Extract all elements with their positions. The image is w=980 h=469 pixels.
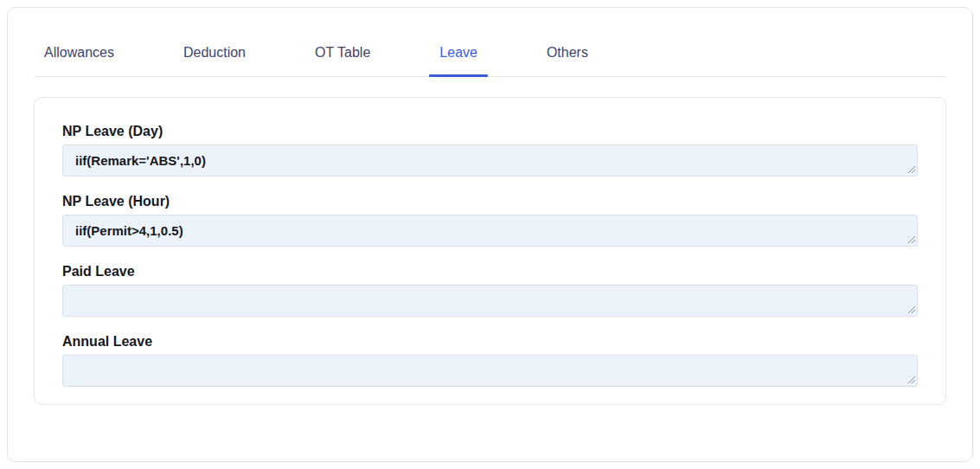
np-leave-day-wrap: iif(Remark='ABS',1,0) [62,145,918,177]
np-leave-day-label: NP Leave (Day) [62,124,918,139]
field-np-leave-day: NP Leave (Day) iif(Remark='ABS',1,0) [62,124,918,177]
resize-handle-icon[interactable] [906,164,915,173]
field-np-leave-hour: NP Leave (Hour) iif(Permit>4,1,0.5) [62,194,918,247]
np-leave-hour-input[interactable]: iif(Permit>4,1,0.5) [62,215,918,247]
paid-leave-label: Paid Leave [62,264,918,279]
tab-others[interactable]: Others [536,45,599,76]
annual-leave-input[interactable] [62,355,918,387]
field-annual-leave: Annual Leave [62,334,918,387]
tab-leave[interactable]: Leave [429,45,488,76]
np-leave-hour-wrap: iif(Permit>4,1,0.5) [62,215,918,247]
field-paid-leave: Paid Leave [62,264,918,317]
paid-leave-wrap [62,285,918,317]
settings-panel: Allowances Deduction OT Table Leave Othe… [7,7,973,462]
annual-leave-wrap [62,355,918,387]
resize-handle-icon[interactable] [906,305,915,313]
leave-form-card: NP Leave (Day) iif(Remark='ABS',1,0) NP … [34,97,946,405]
tab-allowances[interactable]: Allowances [34,45,125,76]
tab-deduction[interactable]: Deduction [173,45,256,76]
tab-bar: Allowances Deduction OT Table Leave Othe… [34,8,946,77]
paid-leave-input[interactable] [62,285,918,317]
np-leave-hour-label: NP Leave (Hour) [62,194,918,209]
resize-handle-icon[interactable] [906,234,915,243]
annual-leave-label: Annual Leave [62,334,918,350]
resize-handle-icon[interactable] [906,375,915,383]
np-leave-day-input[interactable]: iif(Remark='ABS',1,0) [62,145,918,177]
tab-ot-table[interactable]: OT Table [304,45,381,76]
